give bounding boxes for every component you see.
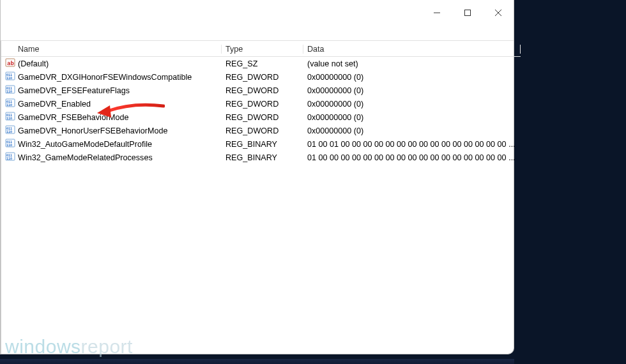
value-row[interactable]: ab (Default)REG_SZ(value not set) — [1, 57, 521, 70]
value-row[interactable]: 011 110 GameDVR_EFSEFeatureFlagsREG_DWOR… — [1, 84, 521, 97]
values-list[interactable]: Name Type Data ab (Default)REG_SZ(value … — [1, 41, 521, 354]
value-icon: 011 110 — [5, 151, 15, 163]
value-icon: 011 110 — [5, 138, 15, 150]
minimize-button[interactable] — [422, 3, 452, 23]
value-icon: ab — [5, 57, 15, 70]
value-data: 01 00 00 00 00 00 00 00 00 00 00 00 00 0… — [303, 153, 521, 162]
value-type: REG_DWORD — [222, 100, 303, 109]
value-data: (value not set) — [303, 59, 521, 68]
value-data: 0x00000000 (0) — [303, 100, 521, 109]
value-name: Win32_GameModeRelatedProcesses — [18, 153, 222, 162]
value-name: Win32_AutoGameModeDefaultProfile — [18, 140, 222, 149]
value-data: 01 00 01 00 00 00 00 00 00 00 00 00 00 0… — [303, 140, 521, 149]
value-row[interactable]: 011 110 GameDVR_DXGIHonorFSEWindowsCompa… — [1, 70, 521, 84]
column-header-type[interactable]: Type — [222, 45, 303, 54]
value-type: REG_DWORD — [222, 73, 303, 82]
window-titlebar[interactable] — [1, 0, 514, 28]
content-area: Name Type Data ab (Default)REG_SZ(value … — [1, 41, 514, 354]
value-icon: 011 110 — [5, 84, 15, 96]
svg-text:110: 110 — [6, 103, 12, 107]
svg-text:110: 110 — [6, 116, 12, 120]
value-data: 0x00000000 (0) — [303, 86, 521, 95]
toolbar-area — [1, 28, 514, 41]
binary-value-icon: 011 110 — [5, 98, 15, 108]
taskbar-edge — [0, 359, 514, 364]
value-name: GameDVR_DXGIHonorFSEWindowsCompatible — [18, 73, 222, 82]
value-data: 0x00000000 (0) — [303, 126, 521, 135]
maximize-icon — [464, 9, 471, 17]
svg-rect-1 — [465, 10, 471, 16]
value-icon: 011 110 — [5, 111, 15, 123]
value-type: REG_SZ — [222, 59, 303, 68]
value-row[interactable]: 011 110 GameDVR_EnabledREG_DWORD0x000000… — [1, 97, 521, 110]
binary-value-icon: 011 110 — [5, 71, 15, 81]
value-row[interactable]: 011 110 Win32_GameModeRelatedProcessesRE… — [1, 151, 521, 164]
close-icon — [494, 9, 502, 17]
value-name: (Default) — [18, 59, 222, 68]
value-type: REG_DWORD — [222, 86, 303, 95]
svg-text:110: 110 — [6, 143, 12, 147]
value-name: GameDVR_Enabled — [18, 100, 222, 109]
value-type: REG_DWORD — [222, 113, 303, 122]
string-value-icon: ab — [5, 57, 15, 68]
column-header-name[interactable]: Name — [1, 45, 222, 54]
column-header-data[interactable]: Data — [303, 45, 521, 54]
value-row[interactable]: 011 110 Win32_AutoGameModeDefaultProfile… — [1, 137, 521, 151]
watermark-part1: windows — [5, 336, 81, 357]
list-header[interactable]: Name Type Data — [1, 45, 521, 57]
value-row[interactable]: 011 110 GameDVR_HonorUserFSEBehaviorMode… — [1, 124, 521, 137]
value-name: GameDVR_FSEBehaviorMode — [18, 113, 222, 122]
binary-value-icon: 011 110 — [5, 125, 15, 135]
svg-text:ab: ab — [7, 60, 14, 66]
binary-value-icon: 011 110 — [5, 111, 15, 121]
svg-text:110: 110 — [6, 130, 12, 133]
value-data: 0x00000000 (0) — [303, 73, 521, 82]
svg-text:110: 110 — [6, 76, 12, 80]
value-data: 0x00000000 (0) — [303, 113, 521, 122]
value-icon: 011 110 — [5, 98, 15, 110]
close-button[interactable] — [483, 3, 514, 23]
maximize-button[interactable] — [452, 3, 483, 23]
value-name: GameDVR_EFSEFeatureFlags — [18, 86, 222, 95]
value-type: REG_DWORD — [222, 126, 303, 135]
value-icon: 011 110 — [5, 71, 15, 83]
value-icon: 011 110 — [5, 125, 15, 137]
value-type: REG_BINARY — [222, 153, 303, 162]
value-name: GameDVR_HonorUserFSEBehaviorMode — [18, 126, 222, 135]
value-type: REG_BINARY — [222, 140, 303, 149]
binary-value-icon: 011 110 — [5, 151, 15, 162]
binary-value-icon: 011 110 — [5, 138, 15, 148]
watermark: windowsreport — [5, 336, 133, 358]
registry-editor-window: Name Type Data ab (Default)REG_SZ(value … — [0, 0, 514, 354]
svg-text:110: 110 — [6, 156, 12, 160]
watermark-part2: report — [81, 336, 133, 357]
binary-value-icon: 011 110 — [5, 84, 15, 95]
minimize-icon — [433, 9, 441, 17]
value-row[interactable]: 011 110 GameDVR_FSEBehaviorModeREG_DWORD… — [1, 110, 521, 124]
svg-text:110: 110 — [6, 89, 12, 93]
